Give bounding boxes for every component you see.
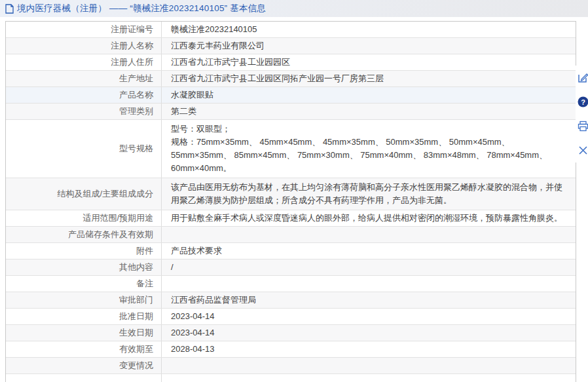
registration-info-table: 注册证编号 赣械注准20232140105 注册人名称 江西泰元丰药业有限公司 …: [5, 21, 576, 382]
table-row: 备注: [6, 275, 576, 292]
print-icon: [578, 121, 588, 132]
field-label: 变更情况: [6, 358, 161, 373]
table-row: 附件 产品技术要求: [6, 242, 576, 259]
field-label: 产品名称: [6, 87, 161, 103]
field-value: 水凝胶眼贴: [161, 87, 576, 103]
table-row: 有效期至 2028-04-13: [6, 341, 576, 357]
edit-button[interactable]: [576, 66, 588, 90]
field-label: 结构及组成/主要组成成分: [6, 178, 161, 210]
table-row: 适用范围/预期用途 用于贴敷全麻手术病人或深度昏迷病人的眼外部，给病人提供相对密…: [6, 210, 576, 226]
field-value: [161, 358, 576, 373]
close-button[interactable]: [576, 138, 588, 162]
field-label: 注册证编号: [6, 22, 161, 37]
field-value: 该产品由医用无纺布为基材，在其上均匀涂有薄荷脑和高分子亲水性医用聚乙烯醇水凝胶的…: [161, 178, 576, 210]
table-row: 变更情况: [6, 357, 576, 373]
field-label: 有效期至: [6, 341, 161, 357]
field-label: 管理类别: [6, 104, 161, 119]
document-icon: [5, 4, 14, 14]
field-label: 注册人住所: [6, 54, 161, 70]
field-label: 审批部门: [6, 292, 161, 308]
field-value: 第二类: [161, 104, 576, 119]
help-icon: ?: [578, 96, 588, 107]
field-value: 江西省九江市武宁县工业园园区: [161, 54, 576, 70]
table-row: 生效日期 2023-04-14: [6, 324, 576, 341]
field-value: /: [161, 259, 576, 275]
field-value: 2023-04-14: [161, 309, 576, 324]
table-row: 产品储存条件及有效期: [6, 226, 576, 242]
print-button[interactable]: [576, 114, 588, 138]
field-label: 生产地址: [6, 71, 161, 86]
field-value: 江西泰元丰药业有限公司: [161, 38, 576, 54]
side-toolbar: ?: [576, 66, 588, 162]
table-row: 管理类别 第二类: [6, 103, 576, 119]
table-row: 批准日期 2023-04-14: [6, 308, 576, 324]
field-label: 产品储存条件及有效期: [6, 227, 161, 242]
field-value: [161, 227, 576, 242]
table-row: 注册人名称 江西泰元丰药业有限公司: [6, 37, 576, 54]
field-label: 批准日期: [6, 309, 161, 324]
page-header: 境内医疗器械（注册） —— “赣械注准20232140105” 基本信息: [0, 0, 588, 17]
close-icon: [578, 145, 588, 156]
field-value: 用于贴敷全麻手术病人或深度昏迷病人的眼外部，给病人提供相对密闭的潮湿环境，预防暴…: [161, 210, 576, 226]
help-button[interactable]: ?: [576, 90, 588, 114]
field-label: 注册人名称: [6, 38, 161, 54]
field-value: [161, 276, 576, 292]
table-row: 型号规格 型号：双眼型； 规格：75mm×35mm、 45mm×45mm、 45…: [6, 119, 576, 178]
field-value: 2028-04-13: [161, 341, 576, 357]
table-row-highlighted: 产品名称 水凝胶眼贴: [6, 86, 576, 103]
field-label: 型号规格: [6, 120, 161, 178]
field-label: 其他内容: [6, 259, 161, 275]
field-label: 附件: [6, 243, 161, 259]
page-title: 境内医疗器械（注册） —— “赣械注准20232140105” 基本信息: [17, 3, 266, 14]
svg-text:?: ?: [581, 98, 585, 106]
table-row: 结构及组成/主要组成成分 该产品由医用无纺布为基材，在其上均匀涂有薄荷脑和高分子…: [6, 178, 576, 210]
field-value: 赣械注准20232140105: [161, 22, 576, 37]
field-value: 产品技术要求: [161, 243, 576, 259]
table-row: 生产地址 江西省九江市武宁县工业园区同拓产业园一号厂房第三层: [6, 70, 576, 86]
field-value: 江西省药品监督管理局: [161, 292, 576, 308]
field-value: 详情: [161, 374, 576, 382]
table-row: 注册人住所 江西省九江市武宁县工业园园区: [6, 54, 576, 70]
field-label: 注: [6, 374, 161, 382]
field-value: 江西省九江市武宁县工业园区同拓产业园一号厂房第三层: [161, 71, 576, 86]
field-label: 备注: [6, 276, 161, 292]
table-row-note: 注 详情: [6, 373, 576, 382]
table-row: 其他内容 /: [6, 259, 576, 275]
field-value: 型号：双眼型； 规格：75mm×35mm、 45mm×45mm、 45mm×35…: [161, 120, 576, 178]
table-row: 审批部门 江西省药品监督管理局: [6, 292, 576, 308]
field-label: 生效日期: [6, 325, 161, 341]
field-value: 2023-04-14: [161, 325, 576, 341]
edit-icon: [578, 72, 588, 83]
table-row: 注册证编号 赣械注准20232140105: [6, 22, 576, 37]
field-label: 适用范围/预期用途: [6, 210, 161, 226]
